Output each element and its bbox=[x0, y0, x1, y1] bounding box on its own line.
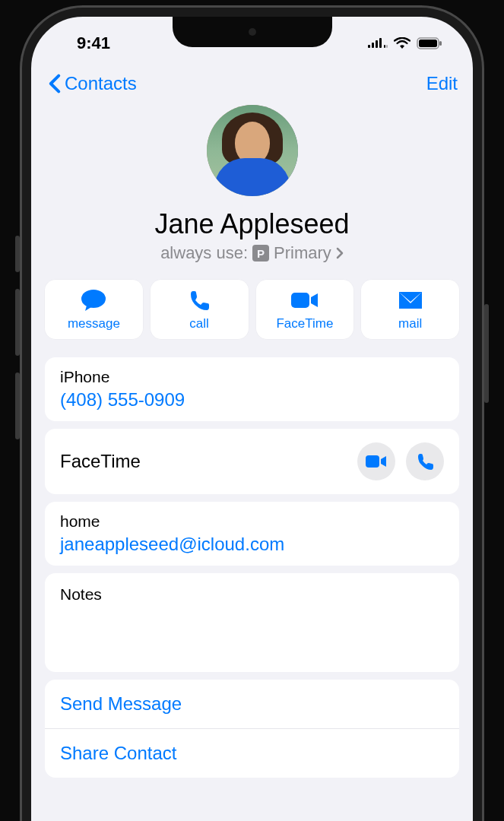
dual-sim-icon bbox=[368, 37, 388, 49]
navigation-bar: Contacts Edit bbox=[31, 62, 473, 105]
mail-button[interactable]: mail bbox=[361, 280, 459, 339]
always-use-label: always use: bbox=[160, 243, 248, 263]
chevron-right-icon bbox=[336, 247, 344, 259]
chevron-left-icon bbox=[46, 74, 63, 94]
facetime-card: FaceTime bbox=[45, 429, 459, 494]
phone-icon bbox=[189, 289, 210, 312]
contact-avatar[interactable] bbox=[207, 105, 298, 196]
facetime-label: FaceTime bbox=[60, 451, 141, 472]
svg-rect-1 bbox=[372, 43, 374, 48]
svg-rect-7 bbox=[419, 40, 437, 47]
video-icon bbox=[366, 455, 387, 468]
email-label: home bbox=[60, 512, 444, 531]
email-value: janeappleseed@icloud.com bbox=[60, 534, 444, 555]
contact-name: Jane Appleseed bbox=[31, 208, 473, 240]
back-label: Contacts bbox=[65, 73, 137, 94]
svg-rect-4 bbox=[384, 45, 385, 48]
svg-rect-5 bbox=[386, 45, 388, 48]
phone-value: (408) 555-0909 bbox=[60, 389, 444, 410]
phone-icon bbox=[417, 453, 433, 470]
notes-label: Notes bbox=[60, 585, 444, 604]
svg-rect-3 bbox=[379, 38, 382, 48]
svg-rect-11 bbox=[366, 455, 379, 468]
status-time: 9:41 bbox=[54, 33, 110, 53]
facetime-video-button[interactable] bbox=[357, 442, 395, 480]
share-contact-button[interactable]: Share Contact bbox=[45, 729, 459, 778]
call-button[interactable]: call bbox=[151, 280, 249, 339]
battery-icon bbox=[417, 37, 442, 49]
sim-badge: P bbox=[252, 245, 269, 262]
svg-rect-0 bbox=[368, 45, 370, 48]
send-message-button[interactable]: Send Message bbox=[45, 680, 459, 729]
always-use-value: Primary bbox=[274, 243, 331, 263]
message-button[interactable]: message bbox=[45, 280, 143, 339]
message-icon bbox=[81, 289, 106, 312]
facetime-audio-button[interactable] bbox=[406, 442, 444, 480]
mail-icon bbox=[398, 289, 423, 312]
svg-point-9 bbox=[81, 290, 106, 308]
wifi-icon bbox=[394, 37, 410, 49]
action-list: Send Message Share Contact bbox=[45, 680, 459, 778]
back-button[interactable]: Contacts bbox=[46, 73, 137, 94]
phone-label: iPhone bbox=[60, 368, 444, 386]
phone-card[interactable]: iPhone (408) 555-0909 bbox=[45, 357, 459, 421]
svg-rect-2 bbox=[376, 40, 378, 48]
email-card[interactable]: home janeappleseed@icloud.com bbox=[45, 502, 459, 566]
facetime-button[interactable]: FaceTime bbox=[256, 280, 354, 339]
notes-card[interactable]: Notes bbox=[45, 573, 459, 672]
video-icon bbox=[291, 289, 319, 312]
edit-button[interactable]: Edit bbox=[426, 73, 458, 94]
always-use-row[interactable]: always use: P Primary bbox=[31, 243, 473, 263]
svg-rect-8 bbox=[439, 41, 442, 46]
svg-rect-10 bbox=[291, 293, 309, 308]
